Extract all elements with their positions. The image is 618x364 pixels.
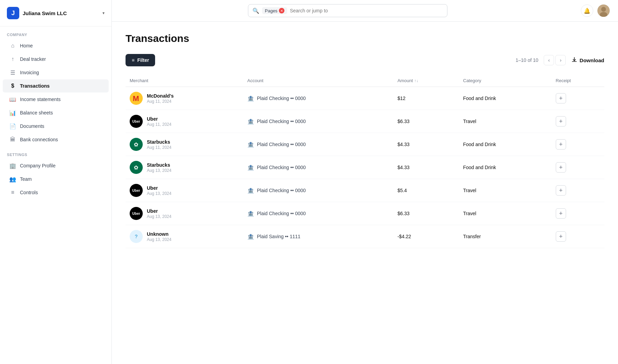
add-receipt-button[interactable]: + — [556, 185, 566, 196]
amount-cell-4: $5.4 — [393, 179, 459, 202]
search-input[interactable] — [290, 8, 443, 13]
sidebar-item-balance-sheets[interactable]: 📊Balance sheets — [3, 106, 109, 119]
sort-icon: ↑↓ — [414, 78, 419, 83]
th-category: Category — [459, 75, 552, 87]
controls-icon: ≡ — [10, 189, 16, 196]
topbar-right: 🔔 — [581, 4, 610, 17]
sidebar-item-label-company-profile: Company Profile — [20, 163, 56, 168]
category-cell-3: Food and Drink — [459, 156, 552, 179]
sidebar-item-home[interactable]: ⌂Home — [3, 39, 109, 52]
th-account: Account — [243, 75, 393, 87]
category-cell-4: Travel — [459, 179, 552, 202]
sidebar-item-deal-tracker[interactable]: ↑Deal tracker — [3, 53, 109, 66]
filter-button[interactable]: ≡ Filter — [126, 54, 155, 66]
toolbar-right: 1–10 of 10 ‹ › Download — [516, 55, 604, 65]
company-logo: J — [7, 7, 19, 19]
merchant-date: Aug 11, 2024 — [147, 122, 171, 127]
search-icon: 🔍 — [252, 8, 259, 14]
sidebar-item-income-statements[interactable]: 📖Income statements — [3, 93, 109, 106]
search-bar[interactable]: 🔍 Pages ✕ — [248, 4, 447, 17]
merchant-cell-4: UberUberAug 13, 2024 — [126, 179, 243, 202]
add-receipt-button[interactable]: + — [556, 162, 566, 173]
sidebar-nav: Company⌂Home↑Deal tracker☰Invoicing$Tran… — [0, 26, 111, 199]
add-receipt-button[interactable]: + — [556, 208, 566, 219]
amount-cell-5: $6.33 — [393, 202, 459, 225]
sidebar-item-label-bank-connections: Bank connections — [20, 137, 58, 142]
sidebar-item-team[interactable]: 👥Team — [3, 173, 109, 186]
add-receipt-button[interactable]: + — [556, 93, 566, 103]
account-text: Plaid Checking •• 0000 — [257, 119, 306, 124]
transactions-table: Merchant Account Amount ↑↓ Category Rece… — [126, 75, 604, 248]
merchant-cell-0: M McDonald'sAug 11, 2024 — [126, 87, 243, 110]
balance-sheets-icon: 📊 — [10, 110, 16, 116]
company-name: Juliana Swim LLC — [23, 10, 99, 16]
merchant-date: Aug 13, 2024 — [147, 191, 171, 196]
search-tag: Pages ✕ — [262, 7, 287, 14]
svg-point-1 — [601, 7, 606, 12]
th-amount[interactable]: Amount ↑↓ — [393, 75, 459, 87]
amount-cell-0: $12 — [393, 87, 459, 110]
bank-icon: 🏦 — [247, 118, 254, 125]
account-text: Plaid Checking •• 0000 — [257, 142, 306, 147]
team-icon: 👥 — [10, 176, 16, 182]
add-receipt-button[interactable]: + — [556, 231, 566, 242]
account-text: Plaid Checking •• 0000 — [257, 165, 306, 170]
bank-icon: 🏦 — [247, 187, 254, 194]
merchant-logo: ? — [130, 230, 143, 243]
account-cell-5: 🏦 Plaid Checking •• 0000 — [243, 202, 393, 225]
sidebar-item-label-team: Team — [20, 176, 32, 182]
sidebar-item-transactions[interactable]: $Transactions — [3, 79, 109, 92]
bank-icon: 🏦 — [247, 233, 254, 240]
table-row: ?UnknownAug 13, 2024🏦 Plaid Saving •• 11… — [126, 225, 604, 248]
previous-page-button[interactable]: ‹ — [544, 55, 554, 65]
toolbar: ≡ Filter 1–10 of 10 ‹ › Download — [126, 54, 604, 66]
merchant-logo: ✿ — [130, 161, 143, 174]
sidebar-item-label-documents: Documents — [20, 123, 44, 129]
merchant-cell-1: UberUberAug 11, 2024 — [126, 110, 243, 133]
sidebar-section-label-0: Company — [0, 26, 111, 39]
sidebar-item-label-income-statements: Income statements — [20, 97, 61, 102]
clear-search-tag-button[interactable]: ✕ — [279, 8, 284, 13]
download-button[interactable]: Download — [571, 57, 604, 64]
page-title: Transactions — [126, 33, 604, 44]
company-switcher[interactable]: J Juliana Swim LLC ▾ — [0, 0, 111, 26]
account-cell-6: 🏦 Plaid Saving •• 1111 — [243, 225, 393, 248]
merchant-name: Uber — [147, 116, 171, 122]
documents-icon: 📄 — [10, 123, 16, 129]
next-page-button[interactable]: › — [555, 55, 566, 65]
sidebar-item-documents[interactable]: 📄Documents — [3, 120, 109, 133]
sidebar-item-label-controls: Controls — [20, 190, 38, 195]
sidebar-item-label-deal-tracker: Deal tracker — [20, 56, 46, 62]
company-profile-icon: 🏢 — [10, 163, 16, 169]
sidebar-item-bank-connections[interactable]: 🏛Bank connections — [3, 133, 109, 146]
amount-cell-1: $6.33 — [393, 110, 459, 133]
table-row: ✿ StarbucksAug 11, 2024🏦 Plaid Checking … — [126, 133, 604, 156]
sidebar-item-label-home: Home — [20, 43, 33, 48]
account-cell-4: 🏦 Plaid Checking •• 0000 — [243, 179, 393, 202]
th-merchant: Merchant — [126, 75, 243, 87]
sidebar-item-invoicing[interactable]: ☰Invoicing — [3, 66, 109, 79]
merchant-logo: M — [130, 92, 143, 105]
sidebar-item-label-transactions: Transactions — [20, 83, 50, 89]
table-row: ✿ StarbucksAug 13, 2024🏦 Plaid Checking … — [126, 156, 604, 179]
sidebar-item-controls[interactable]: ≡Controls — [3, 186, 109, 199]
avatar[interactable] — [597, 4, 610, 17]
add-receipt-button[interactable]: + — [556, 139, 566, 150]
account-text: Plaid Saving •• 1111 — [257, 234, 301, 239]
svg-text:✿: ✿ — [134, 165, 138, 170]
merchant-name: Unknown — [147, 231, 171, 237]
bank-icon: 🏦 — [247, 95, 254, 102]
table-row: M McDonald'sAug 11, 2024🏦 Plaid Checking… — [126, 87, 604, 110]
sidebar: J Juliana Swim LLC ▾ Company⌂Home↑Deal t… — [0, 0, 112, 364]
merchant-date: Aug 13, 2024 — [147, 168, 171, 173]
merchant-name: Uber — [147, 185, 171, 191]
table-row: UberUberAug 13, 2024🏦 Plaid Checking •• … — [126, 179, 604, 202]
notification-button[interactable]: 🔔 — [581, 4, 593, 17]
sidebar-item-company-profile[interactable]: 🏢Company Profile — [3, 159, 109, 172]
pagination-buttons: ‹ › — [544, 55, 566, 65]
account-cell-3: 🏦 Plaid Checking •• 0000 — [243, 156, 393, 179]
add-receipt-button[interactable]: + — [556, 116, 566, 126]
sidebar-section-label-1: Settings — [0, 146, 111, 159]
merchant-logo: Uber — [130, 115, 143, 128]
bank-connections-icon: 🏛 — [10, 136, 16, 143]
